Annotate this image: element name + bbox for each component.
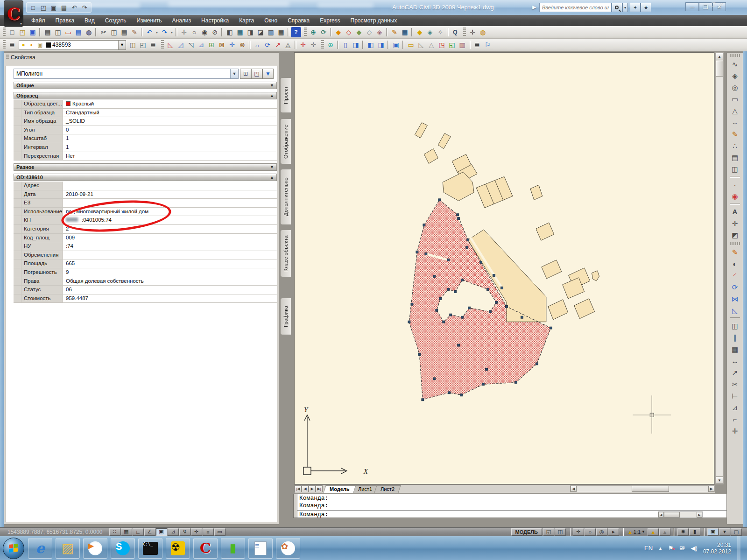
grip-point[interactable] bbox=[436, 309, 438, 311]
property-row[interactable]: Обременения bbox=[14, 251, 277, 260]
property-row[interactable]: Использование под многоквартирный жилой … bbox=[14, 208, 277, 217]
section-od[interactable]: OD:438610▲ bbox=[14, 174, 277, 181]
quick-select-icon[interactable]: ▼ bbox=[262, 69, 274, 79]
markup-icon[interactable]: ▥ bbox=[266, 27, 276, 37]
favorites-star-icon[interactable]: ★ bbox=[641, 3, 651, 12]
grip-point[interactable] bbox=[433, 275, 436, 277]
point-icon[interactable]: · bbox=[729, 179, 741, 190]
trim-icon[interactable]: ✂ bbox=[729, 378, 741, 390]
text-icon[interactable]: A bbox=[729, 206, 741, 217]
property-row[interactable]: Образец цвет... Красный bbox=[14, 100, 277, 109]
building-polygon[interactable] bbox=[476, 176, 513, 208]
import-od-icon[interactable]: ◆ bbox=[415, 27, 425, 37]
building-polygon[interactable] bbox=[574, 299, 595, 319]
grip-point[interactable] bbox=[408, 321, 410, 323]
grip-point[interactable] bbox=[486, 368, 488, 371]
array-icon[interactable]: ▦ bbox=[729, 343, 741, 355]
join-icon[interactable]: ⌐ bbox=[729, 413, 741, 425]
application-menu-button[interactable]: C ▾ bbox=[4, 0, 23, 27]
qat-save-icon[interactable]: ▣ bbox=[49, 3, 58, 12]
property-row[interactable]: Погрешность 9 bbox=[14, 268, 277, 277]
property-value[interactable]: Стандартный bbox=[63, 109, 277, 117]
qat-redo-icon[interactable]: ↷ bbox=[80, 3, 89, 12]
doc-close-button[interactable]: ✕ bbox=[719, 2, 724, 8]
tab-nav-button[interactable]: |◀ bbox=[295, 485, 302, 492]
grip-point[interactable] bbox=[457, 214, 459, 216]
property-row[interactable]: НУ :74 bbox=[14, 242, 277, 251]
grip-point[interactable] bbox=[447, 259, 450, 261]
property-value[interactable] bbox=[63, 199, 277, 207]
publish-icon[interactable]: ▤ bbox=[73, 27, 84, 37]
taskbar-phone-icon[interactable]: ▮ bbox=[221, 538, 245, 559]
object-type-select[interactable]: МПолигон ▼ bbox=[14, 69, 239, 79]
tab-nav-button[interactable]: ◀ bbox=[302, 485, 309, 492]
survey-traverse-icon[interactable]: ◧ bbox=[366, 40, 376, 50]
properties-palette-icon[interactable]: ◧ bbox=[225, 27, 235, 37]
table-icon[interactable]: ▦ bbox=[400, 27, 410, 37]
model-space-toggle[interactable]: ▭ bbox=[214, 528, 226, 536]
property-row[interactable]: Имя образца _SOLID bbox=[14, 117, 277, 126]
building-polygon[interactable] bbox=[415, 123, 427, 138]
area-icon[interactable]: △ bbox=[426, 40, 437, 50]
sheetset-manager-icon[interactable]: ◪ bbox=[255, 27, 266, 37]
grip-point[interactable] bbox=[425, 253, 427, 255]
doc-restore-button[interactable]: ❐ bbox=[711, 2, 716, 8]
db-connect-icon[interactable]: ⊕ bbox=[308, 27, 318, 37]
toolbar-grip[interactable] bbox=[730, 54, 740, 57]
status-dropdown-icon[interactable]: ▾ bbox=[719, 528, 730, 536]
lwt-toggle[interactable]: ≡ bbox=[203, 528, 214, 536]
zoom-window-icon[interactable]: ◉ bbox=[199, 27, 210, 37]
grip-point[interactable] bbox=[423, 224, 425, 226]
showmotion-icon[interactable]: ▸ bbox=[608, 528, 619, 536]
property-row[interactable]: Перекрестная Нет bbox=[14, 152, 277, 161]
drawing-canvas[interactable]: Y X bbox=[294, 52, 714, 484]
property-row[interactable]: Тип образца Стандартный bbox=[14, 109, 277, 118]
drawing-vertical-scrollbar[interactable]: ▲ ▼ bbox=[715, 52, 724, 484]
drawing-cleanup-icon[interactable]: ✛ bbox=[227, 40, 237, 50]
taskbar-paint-icon[interactable]: ✿ bbox=[276, 538, 300, 559]
grip-point[interactable] bbox=[448, 392, 451, 394]
taskbar-skype-icon[interactable]: S bbox=[111, 538, 135, 559]
align-icon[interactable]: ↗ bbox=[273, 40, 283, 50]
property-value[interactable] bbox=[63, 251, 277, 259]
scrollbar-thumb[interactable] bbox=[632, 486, 669, 492]
property-value[interactable]: 665 bbox=[63, 259, 277, 268]
copy-icon[interactable]: ◫ bbox=[109, 27, 119, 37]
scroll-down-icon[interactable]: ▼ bbox=[716, 476, 723, 484]
od-view-icon[interactable]: ◇ bbox=[364, 27, 374, 37]
palette-grip[interactable] bbox=[6, 55, 9, 60]
layer-previous-icon[interactable]: ◰ bbox=[138, 40, 148, 50]
parcel-green-icon[interactable]: ◱ bbox=[447, 40, 457, 50]
station-icon[interactable]: ⊕ bbox=[325, 40, 336, 50]
building-polygon[interactable] bbox=[536, 223, 554, 240]
zoom-realtime-icon[interactable]: ○ bbox=[189, 27, 199, 37]
property-row[interactable]: Код_площ 009 bbox=[14, 234, 277, 243]
snap-toggle[interactable]: ∷ bbox=[109, 528, 120, 536]
quickcalc-icon[interactable]: ▦ bbox=[276, 27, 286, 37]
property-row[interactable]: КН :0401005:74 bbox=[14, 216, 277, 225]
grip-point[interactable] bbox=[433, 378, 436, 380]
command-input-line[interactable]: Команда: ◀ ▶ bbox=[297, 511, 743, 518]
tab-display[interactable]: Отображение bbox=[280, 119, 291, 164]
minimize-button[interactable]: ─ bbox=[685, 2, 699, 11]
od-options-icon[interactable]: ✧ bbox=[435, 27, 445, 37]
grip-point[interactable] bbox=[536, 363, 538, 365]
rotate-feature-icon[interactable]: ⟳ bbox=[262, 40, 273, 50]
layer-isolate-icon[interactable]: ≣ bbox=[148, 40, 158, 50]
scrollbar-thumb[interactable] bbox=[664, 512, 680, 518]
qat-open-icon[interactable]: ◰ bbox=[39, 3, 48, 12]
property-value[interactable] bbox=[63, 182, 277, 190]
search-icon[interactable] bbox=[612, 3, 622, 12]
hatch-sheet-icon[interactable]: ▤ bbox=[729, 152, 741, 163]
grip-point[interactable] bbox=[489, 310, 492, 313]
erase-icon[interactable]: ✎ bbox=[729, 246, 741, 258]
property-value[interactable]: Общая долевая собственность bbox=[63, 277, 277, 286]
taskbar-cmd-icon[interactable]: C:\_ bbox=[138, 538, 162, 559]
grip-point[interactable] bbox=[466, 246, 468, 249]
command-horizontal-scrollbar[interactable]: ◀ ▶ bbox=[658, 511, 703, 518]
flag-ruler-icon[interactable]: ⚐ bbox=[482, 40, 493, 50]
property-value[interactable]: _SOLID bbox=[63, 117, 277, 126]
node-snap-icon[interactable]: ✛ bbox=[298, 40, 308, 50]
command-window[interactable]: Команда: Команда: ▲ ▼ Команда: ◀ ▶ bbox=[293, 494, 743, 518]
layer-combo-dropdown-icon[interactable]: ▼ bbox=[118, 41, 126, 49]
